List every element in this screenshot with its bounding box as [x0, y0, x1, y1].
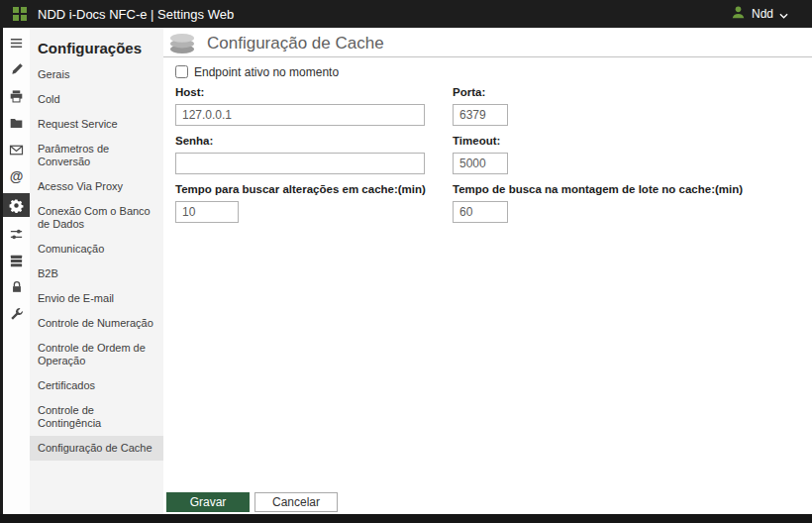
lock-icon[interactable] [3, 277, 30, 297]
sidebar-item-controle-de-ordem-de-operacao[interactable]: Controle de Ordem de Operação [30, 336, 163, 373]
bottom-bar [0, 514, 812, 523]
endpoint-active-label: Endpoint ativo no momento [194, 65, 339, 79]
servers-icon[interactable] [3, 251, 30, 270]
host-label: Host: [175, 86, 453, 99]
sidebar: Configurações GeraisColdRequest ServiceP… [30, 28, 163, 514]
folder-icon[interactable] [3, 113, 30, 133]
senha-input[interactable] [175, 153, 425, 174]
sidebar-item-parametros-de-conversao[interactable]: Parâmetros de Conversão [30, 137, 163, 174]
sidebar-item-controle-de-contingencia[interactable]: Controle de Contingência [30, 398, 163, 436]
sidebar-item-certificados[interactable]: Certificados [30, 373, 163, 398]
sidebar-item-envio-de-e-mail[interactable]: Envio de E-mail [30, 286, 163, 311]
tempo-lote-field-group: Tempo de busca na montagem de lote no ca… [453, 183, 812, 223]
main-panel: Configuração de Cache Endpoint ativo no … [163, 28, 812, 514]
app-title: NDD i-Docs NFC-e | Settings Web [38, 7, 234, 22]
user-menu[interactable]: Ndd [731, 5, 788, 24]
senha-label: Senha: [175, 135, 453, 148]
tempo-alteracoes-field-group: Tempo para buscar alterações em cache:(m… [175, 183, 453, 223]
wrench-icon[interactable] [3, 304, 30, 324]
app-window: NDD i-Docs NFC-e | Settings Web Ndd [0, 0, 812, 523]
at-icon[interactable]: @ [3, 166, 30, 186]
save-button[interactable]: Gravar [166, 492, 250, 512]
brush-icon[interactable] [3, 59, 30, 79]
host-input[interactable] [175, 104, 425, 126]
sidebar-item-request-service[interactable]: Request Service [30, 112, 163, 137]
tempo-lote-input[interactable] [453, 201, 508, 223]
senha-field-group: Senha: [175, 135, 453, 174]
user-name: Ndd [752, 7, 773, 21]
chevron-down-icon [779, 5, 788, 23]
page-header: Configuração de Cache [163, 28, 812, 57]
sidebar-item-conexao-com-o-banco-de-dados[interactable]: Conexão Com o Banco de Dados [30, 199, 163, 237]
sidebar-title: Configurações [30, 34, 163, 62]
host-field-group: Host: [175, 86, 453, 126]
gear-icon[interactable] [3, 193, 30, 217]
mail-icon[interactable] [3, 140, 30, 159]
timeout-input[interactable] [453, 153, 508, 174]
sidebar-item-gerais[interactable]: Gerais [30, 62, 163, 87]
porta-field-group: Porta: [453, 86, 812, 126]
timeout-field-group: Timeout: [453, 135, 812, 174]
form-actions: Gravar Cancelar [166, 492, 338, 512]
porta-input[interactable] [453, 104, 508, 126]
sidebar-item-comunicacao[interactable]: Comunicação [30, 237, 163, 262]
page-title: Configuração de Cache [207, 34, 384, 53]
tempo-alteracoes-label: Tempo para buscar alterações em cache:(m… [175, 183, 453, 196]
sidebar-list: GeraisColdRequest ServiceParâmetros de C… [30, 62, 163, 461]
icon-rail: @ [3, 28, 30, 514]
sidebar-item-b2b[interactable]: B2B [30, 262, 163, 286]
sliders-icon[interactable] [3, 224, 30, 244]
timeout-label: Timeout: [453, 135, 812, 148]
topbar: NDD i-Docs NFC-e | Settings Web Ndd [0, 0, 812, 28]
sidebar-item-cold[interactable]: Cold [30, 87, 163, 112]
cache-stack-icon [166, 32, 198, 55]
sidebar-item-configuracao-de-cache[interactable]: Configuração de Cache [30, 436, 163, 461]
endpoint-active-row: Endpoint ativo no momento [175, 65, 812, 78]
fields-grid: Host: Porta: Senha: Timeout: [175, 86, 812, 223]
porta-label: Porta: [453, 86, 812, 99]
menu-icon[interactable] [3, 33, 30, 52]
tempo-alteracoes-input[interactable] [175, 201, 239, 223]
app-body: @ [0, 28, 812, 514]
cache-form: Endpoint ativo no momento Host: Porta: S… [163, 57, 812, 223]
sidebar-item-acesso-via-proxy[interactable]: Acesso Via Proxy [30, 174, 163, 199]
user-icon [731, 5, 746, 24]
tempo-lote-label: Tempo de busca na montagem de lote no ca… [453, 183, 812, 196]
printer-icon[interactable] [3, 86, 30, 106]
endpoint-active-checkbox[interactable] [175, 65, 188, 78]
cancel-button[interactable]: Cancelar [254, 492, 338, 512]
sidebar-item-controle-de-numeracao[interactable]: Controle de Numeração [30, 311, 163, 336]
apps-grid-icon[interactable] [12, 6, 28, 22]
